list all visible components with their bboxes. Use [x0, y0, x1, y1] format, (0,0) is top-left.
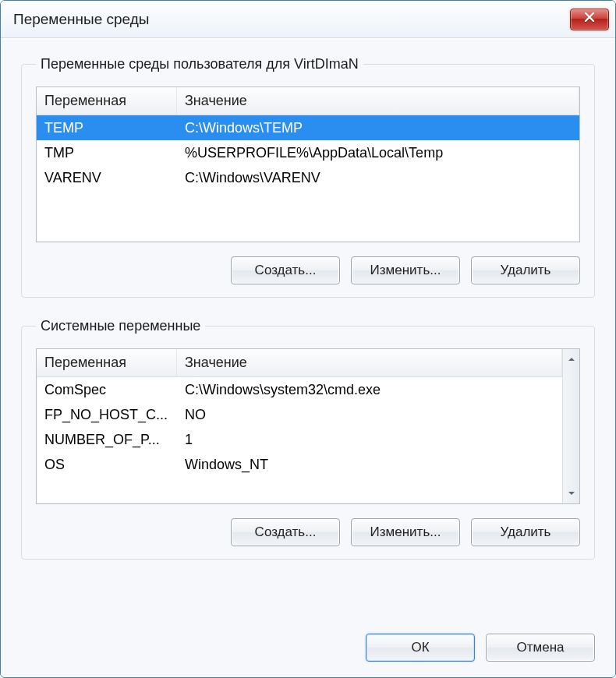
- table-row[interactable]: TMP%USERPROFILE%\AppData\Local\Temp: [37, 140, 579, 165]
- var-value-cell: Windows_NT: [177, 457, 562, 473]
- vertical-scrollbar[interactable]: [562, 349, 579, 503]
- user-edit-button[interactable]: Изменить...: [351, 256, 460, 284]
- table-row[interactable]: ComSpecC:\Windows\system32\cmd.exe: [37, 377, 579, 402]
- var-name-cell: NUMBER_OF_P...: [37, 432, 177, 448]
- user-vars-legend: Переменные среды пользователя для VirtDI…: [36, 56, 363, 72]
- env-vars-dialog: Переменные среды Переменные среды пользо…: [0, 0, 616, 678]
- var-name-cell: OS: [37, 457, 177, 473]
- sys-vars-rows: ComSpecC:\Windows\system32\cmd.exeFP_NO_…: [37, 377, 579, 477]
- sys-delete-button[interactable]: Удалить: [471, 518, 580, 546]
- table-row[interactable]: VARENVC:\Windows\VARENV: [37, 165, 579, 190]
- user-vars-buttons: Создать... Изменить... Удалить: [36, 256, 580, 284]
- var-value-cell: C:\Windows\VARENV: [177, 170, 579, 186]
- dialog-footer-buttons: ОК Отмена: [21, 626, 595, 662]
- table-row[interactable]: OSWindows_NT: [37, 452, 579, 477]
- col-header-value[interactable]: Значение: [177, 349, 562, 376]
- sys-vars-buttons: Создать... Изменить... Удалить: [36, 518, 580, 546]
- cancel-button[interactable]: Отмена: [486, 634, 595, 662]
- var-value-cell: 1: [177, 432, 562, 448]
- sys-edit-button[interactable]: Изменить...: [351, 518, 460, 546]
- var-name-cell: FP_NO_HOST_C...: [37, 407, 177, 423]
- table-row[interactable]: TEMPC:\Windows\TEMP: [37, 115, 579, 140]
- close-icon: [583, 11, 596, 27]
- scroll-up-icon[interactable]: [566, 354, 577, 365]
- titlebar[interactable]: Переменные среды: [1, 1, 615, 38]
- user-vars-group: Переменные среды пользователя для VirtDI…: [21, 56, 595, 298]
- var-name-cell: TMP: [37, 145, 177, 161]
- scroll-down-icon[interactable]: [566, 488, 577, 499]
- var-value-cell: C:\Windows\TEMP: [177, 120, 579, 136]
- dialog-body: Переменные среды пользователя для VirtDI…: [1, 38, 615, 677]
- window-title: Переменные среды: [13, 11, 149, 28]
- ok-button[interactable]: ОК: [366, 634, 475, 662]
- table-row[interactable]: NUMBER_OF_P...1: [37, 427, 579, 452]
- user-vars-rows: TEMPC:\Windows\TEMPTMP%USERPROFILE%\AppD…: [37, 115, 579, 190]
- col-header-name[interactable]: Переменная: [37, 87, 177, 115]
- sys-vars-group: Системные переменные Переменная Значение…: [21, 318, 595, 560]
- user-vars-header: Переменная Значение: [37, 87, 579, 115]
- sys-vars-header: Переменная Значение: [37, 349, 579, 377]
- close-button[interactable]: [570, 9, 609, 30]
- col-header-name[interactable]: Переменная: [37, 349, 177, 376]
- var-name-cell: ComSpec: [37, 382, 177, 398]
- sys-new-button[interactable]: Создать...: [231, 518, 340, 546]
- sys-vars-list[interactable]: Переменная Значение ComSpecC:\Windows\sy…: [36, 348, 580, 504]
- var-value-cell: NO: [177, 407, 562, 423]
- var-name-cell: TEMP: [37, 120, 177, 136]
- sys-vars-legend: Системные переменные: [36, 318, 205, 334]
- var-value-cell: C:\Windows\system32\cmd.exe: [177, 382, 562, 398]
- col-header-value[interactable]: Значение: [177, 87, 579, 115]
- user-new-button[interactable]: Создать...: [231, 256, 340, 284]
- user-delete-button[interactable]: Удалить: [471, 256, 580, 284]
- var-value-cell: %USERPROFILE%\AppData\Local\Temp: [177, 145, 579, 161]
- table-row[interactable]: FP_NO_HOST_C...NO: [37, 402, 579, 427]
- user-vars-list[interactable]: Переменная Значение TEMPC:\Windows\TEMPT…: [36, 87, 580, 242]
- var-name-cell: VARENV: [37, 170, 177, 186]
